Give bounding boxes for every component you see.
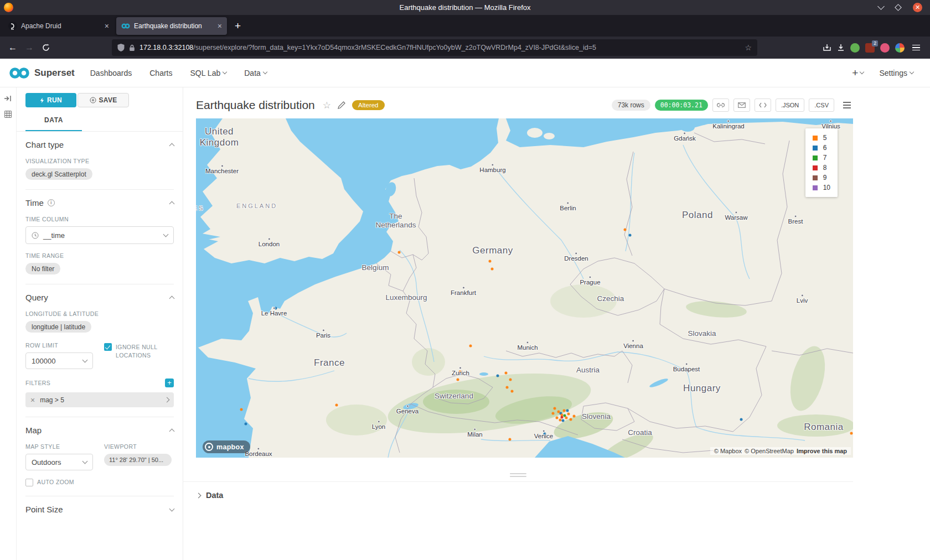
ignore-null-checkbox-row[interactable]: IGNORE NULL LOCATIONS [104, 343, 167, 360]
improve-map-link[interactable]: Improve this map [797, 448, 847, 454]
ignore-null-checkbox[interactable] [104, 343, 112, 351]
earthquake-point[interactable] [457, 378, 459, 381]
browser-tab-earthquake[interactable]: Earthquake distribution × [116, 17, 227, 35]
earthquake-point[interactable] [459, 371, 462, 374]
earthquake-point[interactable] [561, 416, 564, 419]
earthquake-point[interactable] [240, 408, 243, 411]
lonlat-chip[interactable]: longitude | latitude [25, 321, 91, 333]
browser-menu-icon[interactable] [910, 43, 922, 53]
section-header[interactable]: Time i [25, 198, 174, 208]
legend-item[interactable]: 9 [813, 174, 830, 182]
auto-zoom-checkbox-row[interactable]: AUTO ZOOM [25, 478, 174, 486]
run-button[interactable]: RUN [25, 93, 76, 107]
legend-item[interactable]: 8 [813, 164, 830, 172]
earthquake-point[interactable] [497, 375, 499, 377]
auto-zoom-checkbox[interactable] [25, 479, 33, 486]
data-panel-toggle[interactable]: Data [183, 481, 853, 500]
datasource-grid-icon[interactable] [4, 111, 12, 118]
new-item-button[interactable]: + [852, 67, 864, 79]
save-to-library-icon[interactable] [823, 44, 831, 51]
back-button[interactable]: ← [4, 39, 21, 56]
mapbox-logo[interactable]: mapbox [203, 440, 250, 453]
legend-item[interactable]: 5 [813, 134, 830, 142]
extension-icon-green[interactable] [850, 43, 860, 53]
earthquake-point[interactable] [398, 251, 401, 254]
section-header[interactable]: Map [25, 426, 174, 435]
deckgl-map[interactable]: United KingdomFranceGermanyPolandHungary… [196, 118, 853, 458]
row-limit-select[interactable]: 100000 [25, 352, 93, 369]
earthquake-point[interactable] [556, 417, 559, 419]
remove-filter-icon[interactable]: × [30, 396, 35, 405]
chart-menu-icon[interactable] [841, 100, 853, 110]
time-range-chip[interactable]: No filter [25, 263, 60, 274]
export-csv-button[interactable]: .CSV [809, 98, 834, 112]
extension-icon-ublock[interactable]: 2 [865, 43, 875, 53]
earthquake-point[interactable] [245, 423, 247, 426]
earthquake-point[interactable] [509, 378, 512, 381]
filter-chip[interactable]: × mag > 5 [25, 392, 174, 407]
earthquake-point[interactable] [565, 417, 568, 419]
time-column-select[interactable]: __time [25, 226, 174, 244]
edit-pencil-icon[interactable] [338, 101, 345, 109]
export-json-button[interactable]: .JSON [776, 98, 804, 112]
share-link-button[interactable] [712, 98, 729, 112]
earthquake-point[interactable] [552, 412, 555, 415]
lock-icon[interactable] [129, 44, 135, 51]
url-bar[interactable]: 172.18.0.3:32108/superset/explore/?form_… [112, 39, 757, 56]
reload-button[interactable] [38, 39, 54, 56]
resize-handle[interactable] [183, 473, 853, 477]
earthquake-point[interactable] [562, 419, 565, 422]
embed-code-button[interactable] [755, 98, 771, 112]
earthquake-point[interactable] [566, 409, 569, 412]
browser-tab-apache-druid[interactable]: Apache Druid × [3, 17, 114, 35]
new-tab-button[interactable]: + [229, 20, 246, 32]
attribution-osm[interactable]: © OpenStreetMap [745, 448, 794, 454]
downloads-icon[interactable] [837, 44, 845, 51]
earthquake-point[interactable] [511, 390, 514, 393]
earthquake-point[interactable] [544, 433, 546, 435]
expand-panel-icon[interactable] [4, 95, 12, 102]
nav-item-dashboards[interactable]: Dashboards [90, 69, 132, 77]
email-button[interactable] [733, 98, 750, 112]
earthquake-point[interactable] [506, 386, 509, 389]
section-header[interactable]: Point Size [25, 505, 174, 514]
window-maximize-icon[interactable] [895, 4, 902, 11]
earthquake-point[interactable] [335, 404, 338, 407]
forward-button[interactable]: → [21, 39, 38, 56]
earthquake-point[interactable] [573, 415, 576, 418]
earthquake-point[interactable] [629, 234, 632, 237]
attribution-mapbox[interactable]: © Mapbox [714, 448, 742, 454]
profile-avatar-icon[interactable] [880, 43, 890, 53]
superset-logo[interactable]: Superset [9, 67, 75, 79]
section-header[interactable]: Query [25, 293, 174, 302]
window-minimize-icon[interactable] [877, 3, 885, 10]
earthquake-point[interactable] [554, 407, 556, 410]
legend-item[interactable]: 10 [813, 184, 830, 191]
tab-close-icon[interactable]: × [218, 22, 222, 30]
earthquake-point[interactable] [275, 307, 277, 310]
viewport-field[interactable]: 11° 28' 29.70" | 50... [104, 454, 172, 466]
save-button[interactable]: SAVE [78, 93, 129, 107]
window-close-icon[interactable]: ✕ [913, 3, 922, 12]
earthquake-point[interactable] [505, 372, 508, 375]
earthquake-point[interactable] [469, 345, 472, 348]
tab-close-icon[interactable]: × [105, 22, 109, 30]
nav-item-charts[interactable]: Charts [149, 69, 172, 77]
add-filter-button[interactable]: + [165, 378, 174, 387]
nav-item-sql-lab[interactable]: SQL Lab [190, 69, 226, 77]
earthquake-point[interactable] [489, 260, 492, 263]
earthquake-point[interactable] [567, 413, 570, 416]
earthquake-point[interactable] [740, 418, 743, 421]
nav-item-data[interactable]: Data [244, 69, 267, 77]
earthquake-point[interactable] [491, 268, 494, 271]
section-header[interactable]: Chart type [25, 140, 174, 149]
shield-icon[interactable] [117, 44, 125, 51]
settings-menu[interactable]: Settings [879, 69, 913, 77]
bookmark-star-icon[interactable]: ☆ [745, 43, 752, 52]
legend-item[interactable]: 6 [813, 144, 830, 152]
legend-item[interactable]: 7 [813, 154, 830, 162]
favorite-star-icon[interactable]: ☆ [323, 100, 331, 111]
earthquake-point[interactable] [563, 409, 566, 412]
extension-icon-pinwheel[interactable] [895, 43, 905, 53]
viz-type-chip[interactable]: deck.gl Scatterplot [25, 168, 92, 180]
